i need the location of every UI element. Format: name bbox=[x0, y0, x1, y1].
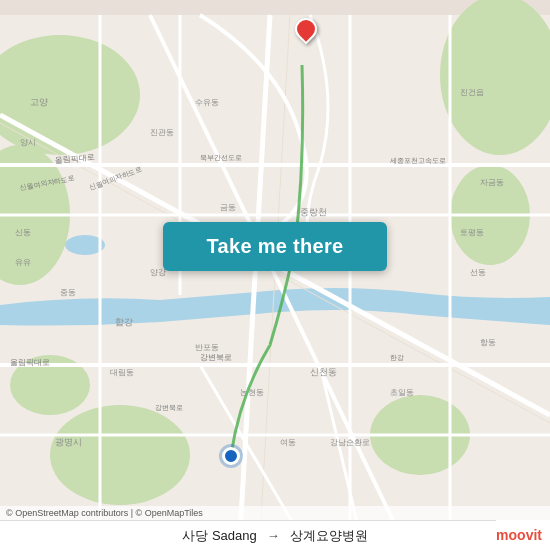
route-arrow-icon: → bbox=[267, 528, 280, 543]
svg-text:수유동: 수유동 bbox=[195, 98, 219, 107]
svg-text:여동: 여동 bbox=[280, 438, 296, 447]
svg-text:양시: 양시 bbox=[20, 138, 36, 147]
svg-text:북부간선도로: 북부간선도로 bbox=[200, 154, 242, 162]
svg-point-5 bbox=[50, 405, 190, 505]
moovit-logo: moovit bbox=[496, 520, 550, 550]
route-to-label: 상계요양병원 bbox=[290, 527, 368, 545]
current-location-circle bbox=[222, 447, 240, 465]
svg-text:자금동: 자금동 bbox=[480, 178, 504, 187]
svg-text:광명시: 광명시 bbox=[55, 437, 82, 447]
destination-pin-head bbox=[290, 13, 321, 44]
svg-text:반포동: 반포동 bbox=[195, 343, 219, 352]
svg-text:유유: 유유 bbox=[15, 258, 31, 267]
svg-text:신천동: 신천동 bbox=[310, 367, 337, 377]
svg-text:항동: 항동 bbox=[480, 338, 496, 347]
svg-text:진건읍: 진건읍 bbox=[460, 88, 484, 97]
svg-text:올림픽대로: 올림픽대로 bbox=[10, 358, 50, 367]
svg-text:고양: 고양 bbox=[30, 97, 48, 107]
svg-text:진관동: 진관동 bbox=[150, 128, 174, 137]
take-me-there-label: Take me there bbox=[207, 235, 344, 258]
route-from-label: 사당 Sadang bbox=[182, 527, 256, 545]
moovit-brand-name: moovit bbox=[496, 527, 542, 543]
svg-text:양강: 양강 bbox=[150, 268, 166, 277]
svg-text:합강: 합강 bbox=[115, 317, 133, 327]
svg-text:신동: 신동 bbox=[15, 228, 31, 237]
take-me-there-button[interactable]: Take me there bbox=[163, 222, 387, 271]
svg-text:논현동: 논현동 bbox=[240, 388, 264, 397]
svg-text:강변북로: 강변북로 bbox=[155, 404, 183, 412]
svg-text:세종포천고속도로: 세종포천고속도로 bbox=[390, 157, 446, 165]
map-background: 올림픽대로 신월여의자하도로 북부간선도로 세종포천고속도로 올림픽대로 강변북… bbox=[0, 0, 550, 550]
svg-text:한강: 한강 bbox=[390, 354, 404, 361]
attribution-text: © OpenStreetMap contributors | © OpenMap… bbox=[6, 508, 203, 518]
svg-text:초일동: 초일동 bbox=[390, 388, 414, 397]
current-location-pin bbox=[222, 447, 240, 465]
svg-text:토평동: 토평동 bbox=[460, 228, 484, 237]
svg-text:금동: 금동 bbox=[220, 203, 236, 212]
attribution-bar: © OpenStreetMap contributors | © OpenMap… bbox=[0, 506, 550, 520]
svg-text:선동: 선동 bbox=[470, 268, 486, 277]
bottom-navigation-bar: 사당 Sadang → 상계요양병원 moovit bbox=[0, 520, 550, 550]
destination-pin bbox=[295, 18, 317, 40]
svg-text:강남순환로: 강남순환로 bbox=[330, 438, 370, 447]
svg-text:대림동: 대림동 bbox=[110, 368, 134, 377]
svg-text:중랑천: 중랑천 bbox=[300, 207, 327, 217]
svg-text:강변북로: 강변북로 bbox=[200, 353, 232, 362]
map-container: 올림픽대로 신월여의자하도로 북부간선도로 세종포천고속도로 올림픽대로 강변북… bbox=[0, 0, 550, 550]
svg-text:중동: 중동 bbox=[60, 288, 76, 297]
